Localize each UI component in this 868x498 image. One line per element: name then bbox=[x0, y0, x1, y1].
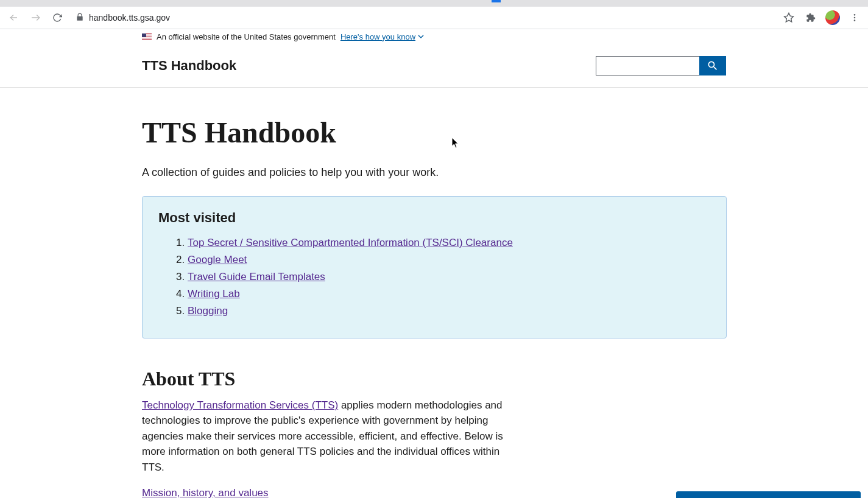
gov-banner: An official website of the United States… bbox=[0, 29, 868, 44]
gov-banner-link-text: Here's how you know bbox=[340, 32, 415, 41]
search-form bbox=[596, 56, 726, 75]
most-visited-link[interactable]: Blogging bbox=[188, 305, 228, 317]
back-button[interactable] bbox=[5, 9, 22, 26]
svg-marker-2 bbox=[785, 13, 794, 22]
profile-button[interactable] bbox=[824, 9, 841, 26]
site-header: TTS Handbook bbox=[0, 44, 868, 88]
list-item: Google Meet bbox=[188, 254, 710, 266]
search-button[interactable] bbox=[699, 56, 726, 75]
about-paragraph: Technology Transformation Services (TTS)… bbox=[142, 398, 507, 475]
list-item: Top Secret / Sensitive Compartmented Inf… bbox=[188, 237, 710, 249]
svg-point-5 bbox=[854, 19, 856, 21]
reload-icon bbox=[52, 13, 62, 23]
menu-button[interactable] bbox=[846, 9, 863, 26]
page-body: An official website of the United States… bbox=[0, 29, 868, 498]
svg-point-3 bbox=[854, 14, 856, 16]
tab-strip bbox=[0, 0, 868, 7]
url-text: handbook.tts.gsa.gov bbox=[89, 13, 170, 23]
avatar-icon bbox=[825, 10, 840, 25]
feedback-tab[interactable] bbox=[676, 491, 861, 498]
lock-icon bbox=[76, 13, 84, 23]
extensions-button[interactable] bbox=[802, 9, 819, 26]
about-heading: About TTS bbox=[142, 368, 726, 390]
puzzle-icon bbox=[806, 13, 816, 23]
kebab-icon bbox=[850, 13, 859, 23]
star-icon bbox=[783, 12, 794, 23]
most-visited-heading: Most visited bbox=[158, 210, 710, 226]
address-bar[interactable]: handbook.tts.gsa.gov bbox=[76, 13, 170, 23]
us-flag-icon bbox=[142, 33, 152, 40]
forward-button[interactable] bbox=[27, 9, 44, 26]
gov-banner-text: An official website of the United States… bbox=[157, 32, 336, 41]
svg-point-4 bbox=[854, 17, 856, 19]
arrow-left-icon bbox=[8, 12, 19, 23]
bookmark-button[interactable] bbox=[780, 9, 797, 26]
gov-banner-toggle[interactable]: Here's how you know bbox=[340, 32, 424, 41]
about-tts-link[interactable]: Technology Transformation Services (TTS) bbox=[142, 399, 338, 411]
mission-link-line: Mission, history, and values bbox=[142, 487, 726, 498]
arrow-right-icon bbox=[30, 12, 41, 23]
main-content: TTS Handbook A collection of guides and … bbox=[0, 88, 868, 498]
most-visited-link[interactable]: Top Secret / Sensitive Compartmented Inf… bbox=[188, 237, 513, 248]
list-item: Writing Lab bbox=[188, 288, 710, 300]
search-input[interactable] bbox=[596, 56, 699, 75]
most-visited-link[interactable]: Google Meet bbox=[188, 254, 247, 265]
page-lede: A collection of guides and policies to h… bbox=[142, 166, 726, 179]
list-item: Travel Guide Email Templates bbox=[188, 271, 710, 283]
page-title: TTS Handbook bbox=[142, 117, 726, 149]
most-visited-link[interactable]: Travel Guide Email Templates bbox=[188, 271, 325, 282]
active-tab-indicator bbox=[492, 0, 501, 2]
most-visited-box: Most visited Top Secret / Sensitive Comp… bbox=[142, 196, 727, 338]
list-item: Blogging bbox=[188, 305, 710, 317]
most-visited-link[interactable]: Writing Lab bbox=[188, 288, 240, 300]
most-visited-list: Top Secret / Sensitive Compartmented Inf… bbox=[158, 237, 710, 317]
search-icon bbox=[707, 60, 719, 72]
site-title: TTS Handbook bbox=[142, 58, 236, 74]
chevron-down-icon bbox=[418, 33, 424, 40]
reload-button[interactable] bbox=[49, 9, 66, 26]
mission-link[interactable]: Mission, history, and values bbox=[142, 487, 269, 498]
browser-toolbar: handbook.tts.gsa.gov bbox=[0, 7, 868, 29]
